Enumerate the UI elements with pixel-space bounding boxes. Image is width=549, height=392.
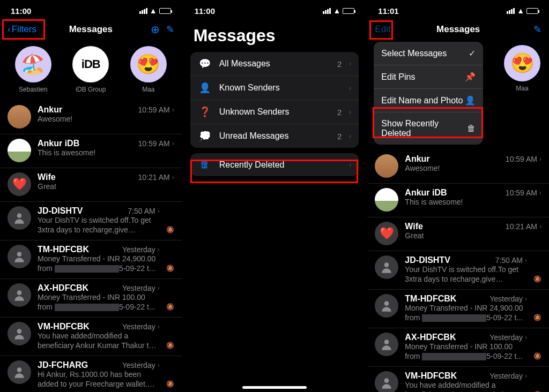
chat-row[interactable]: Ankur iDB10:59 AM ›This is awesome! xyxy=(0,134,182,168)
menu-item[interactable]: Edit Pins📌 xyxy=(374,65,483,88)
filter-item[interactable]: ❓Unknown Senders2 › xyxy=(190,100,359,124)
chat-time: 10:59 AM › xyxy=(506,155,541,163)
edit-button[interactable]: Edit xyxy=(375,24,390,35)
chat-row[interactable]: Ankur10:59 AM ›Awesome! xyxy=(0,101,182,134)
menu-item[interactable]: Select Messages✓ xyxy=(374,42,483,65)
chat-avatar: ❤️ xyxy=(8,172,31,196)
chat-avatar xyxy=(375,255,398,279)
chat-preview: This is awesome! xyxy=(38,148,174,158)
menu-icon: ✓ xyxy=(469,48,476,58)
chat-time: 10:59 AM › xyxy=(138,105,174,114)
filter-icon: 💬 xyxy=(198,58,212,70)
home-indicator[interactable] xyxy=(242,386,307,389)
filter-label: Unknown Senders xyxy=(219,107,330,117)
chat-row[interactable]: VM-HDFCBKYesterday ›You have added/modif… xyxy=(367,366,549,392)
pinned-chat[interactable]: iDBiDB Group xyxy=(64,46,117,93)
status-bar: 11:01 ▲ xyxy=(367,0,549,18)
chat-time: Yesterday › xyxy=(489,333,527,342)
status-bar: 11:00 ▲ xyxy=(184,0,366,18)
filter-icon: 💭 xyxy=(198,130,212,142)
pin-label: Maa xyxy=(516,85,528,92)
chevron-right-icon: › xyxy=(349,161,351,169)
chat-preview: Great xyxy=(405,231,541,241)
more-icon[interactable]: ⊕ xyxy=(151,23,160,36)
chat-preview: Awesome! xyxy=(405,164,541,174)
wifi-icon: ▲ xyxy=(150,6,157,15)
chat-row[interactable]: JD-FCHARGYesterday ›Hi Ankur, Rs.1000.00… xyxy=(0,356,182,392)
chat-list: Ankur10:59 AM ›Awesome!Ankur iDB10:59 AM… xyxy=(367,150,549,392)
status-indicators: ▲ xyxy=(507,6,538,15)
muted-icon: 🔕 xyxy=(166,380,174,388)
chat-preview: Money Transferred - INR 24,900.00 from 5… xyxy=(405,304,527,322)
compose-icon[interactable]: ✎ xyxy=(166,24,174,35)
chat-time: 10:21 AM › xyxy=(138,173,174,182)
chat-row[interactable]: JD-DISHTV7:50 AM ›Your DishTV is switche… xyxy=(367,251,549,289)
chat-name: TM-HDFCBK xyxy=(38,245,89,254)
chat-preview: Money Transferred - INR 100.00 from 5-09… xyxy=(405,342,527,361)
pin-avatar: 😍 xyxy=(130,46,167,82)
edit-menu: Select Messages✓Edit Pins📌Edit Name and … xyxy=(374,42,483,145)
chat-row[interactable]: TM-HDFCBKYesterday ›Money Transferred - … xyxy=(0,240,182,278)
muted-icon: 🔕 xyxy=(533,275,541,283)
chat-time: 10:59 AM › xyxy=(506,189,541,197)
signal-icon xyxy=(507,8,515,14)
filter-count: 2 xyxy=(337,59,342,69)
menu-label: Select Messages xyxy=(381,49,447,58)
chat-avatar xyxy=(375,188,398,212)
chat-preview: Great xyxy=(38,182,174,192)
filter-recently-deleted[interactable]: 🗑 Recently Deleted › xyxy=(190,153,359,176)
filter-label: Recently Deleted xyxy=(219,160,342,170)
filters-button[interactable]: ‹Filters xyxy=(8,24,36,35)
chat-time: Yesterday › xyxy=(122,284,160,292)
filter-item[interactable]: 💭Unread Messages2 › xyxy=(190,124,359,148)
muted-icon: 🔕 xyxy=(166,226,174,233)
chat-row[interactable]: VM-HDFCBKYesterday ›You have added/modif… xyxy=(0,317,182,356)
chat-name: Ankur iDB xyxy=(38,139,79,148)
chat-row[interactable]: Ankur10:59 AM ›Awesome! xyxy=(367,150,549,183)
chat-row[interactable]: ❤️Wife10:21 AM ›Great xyxy=(367,217,549,251)
chat-row[interactable]: TM-HDFCBKYesterday ›Money Transferred - … xyxy=(367,289,549,328)
chat-row[interactable]: AX-HDFCBKYesterday ›Money Transferred - … xyxy=(367,328,549,366)
pinned-chat[interactable]: 🏖️Sebastien xyxy=(6,46,60,93)
svg-point-4 xyxy=(17,367,22,372)
compose-icon[interactable]: ✎ xyxy=(533,24,541,35)
filter-item[interactable]: 👤Known Senders › xyxy=(190,76,359,100)
chat-name: AX-HDFCBK xyxy=(38,283,88,293)
chat-avatar xyxy=(8,206,31,230)
chat-preview: Your DishTV is switched off.To get 3xtra… xyxy=(38,216,160,235)
menu-item[interactable]: Edit Name and Photo👤 xyxy=(374,88,483,112)
chat-time: 10:21 AM › xyxy=(506,222,541,231)
chat-name: VM-HDFCBK xyxy=(38,322,90,331)
status-time: 11:01 xyxy=(378,6,398,16)
chat-time: Yesterday › xyxy=(122,245,160,254)
pin-avatar: 😍 xyxy=(504,45,540,81)
chat-name: JD-DISHTV xyxy=(405,255,450,265)
pin-avatar: 🏖️ xyxy=(15,46,51,82)
chat-row[interactable]: AX-HDFCBKYesterday ›Money Transferred - … xyxy=(0,278,182,317)
chat-time: 7:50 AM › xyxy=(495,256,527,265)
menu-icon: 👤 xyxy=(465,95,476,105)
menu-label: Edit Pins xyxy=(381,72,415,82)
chat-preview: Your DishTV is switched off.To get 3xtra… xyxy=(405,265,527,284)
status-time: 11:00 xyxy=(195,6,215,16)
nav-title: Messages xyxy=(436,24,480,35)
filter-item[interactable]: 💬All Messages2 › xyxy=(190,52,359,76)
signal-icon xyxy=(323,8,331,14)
svg-point-3 xyxy=(17,329,22,334)
chat-avatar xyxy=(8,360,31,384)
screen-1: 11:00 ▲ ‹Filters Messages ⊕ ✎ 🏖️Sebastie… xyxy=(0,0,182,392)
menu-icon: 🗑 xyxy=(467,124,476,133)
pinned-single[interactable]: 😍 Maa xyxy=(504,45,540,92)
chat-row[interactable]: Ankur iDB10:59 AM ›This is awesome! xyxy=(367,183,549,217)
menu-icon: 📌 xyxy=(465,72,476,82)
filter-label: Unread Messages xyxy=(219,131,330,141)
chat-preview: This is awesome! xyxy=(405,198,541,207)
menu-item[interactable]: Show Recently Deleted🗑 xyxy=(374,112,483,145)
chat-avatar xyxy=(8,322,31,345)
pin-label: Sebastien xyxy=(19,86,47,93)
status-time: 11:00 xyxy=(11,6,31,16)
chat-row[interactable]: JD-DISHTV7:50 AM ›Your DishTV is switche… xyxy=(0,201,182,240)
pinned-chat[interactable]: 😍Maa xyxy=(122,46,175,93)
nav-bar: ‹Filters Messages ⊕ ✎ xyxy=(0,18,182,42)
chat-row[interactable]: ❤️Wife10:21 AM ›Great xyxy=(0,168,182,201)
